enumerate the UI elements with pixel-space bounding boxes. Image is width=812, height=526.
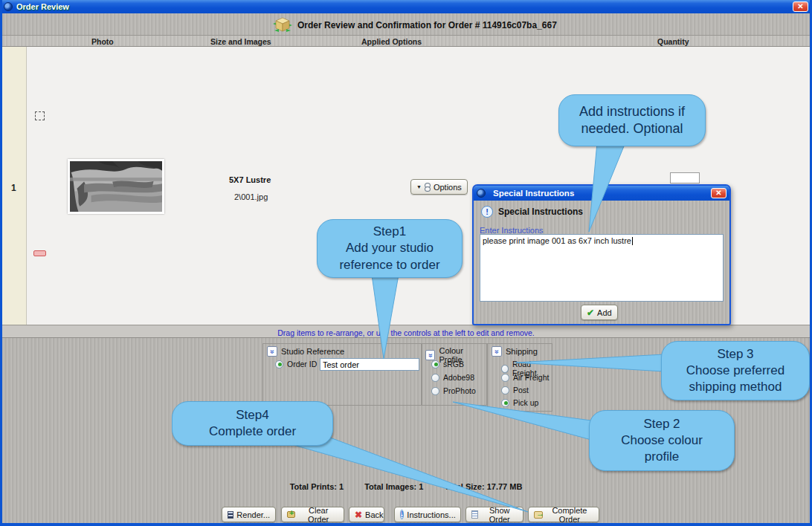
srgb-radio[interactable]	[431, 360, 439, 368]
callout-line: Step4	[236, 407, 268, 423]
add-button-label: Add	[597, 308, 612, 317]
column-applied-options: Applied Options	[361, 37, 422, 46]
order-review-window: Order Review ✕ Order Review and Confirma…	[0, 0, 812, 526]
air-freight-label: Air Freight	[513, 373, 549, 382]
colour-profile-group: « Colour Profile sRGB Adobe98 ProPhoto	[421, 343, 487, 406]
callout-line: Complete order	[209, 423, 296, 440]
callout-line: reference to order	[339, 257, 439, 273]
file-name-label: 2\001.jpg	[234, 192, 268, 201]
studio-reference-title: Studio Reference	[281, 347, 344, 356]
instructions-button[interactable]: ! Instructions...	[394, 507, 461, 522]
order-totals: Total Prints: 1 Total Images: 1 Total Si…	[2, 482, 810, 491]
callout-step1: Step1 Add your studio reference to order	[317, 219, 463, 278]
dialog-header-label: Special Instructions	[498, 207, 583, 217]
row-index-strip: 1	[2, 47, 27, 325]
dialog-close-icon[interactable]: ✕	[711, 188, 726, 198]
column-quantity: Quantity	[657, 37, 689, 46]
callout-step2: Step 2 Choose colour profile	[589, 410, 735, 471]
studio-reference-group: « Studio Reference Order ID	[262, 343, 422, 406]
special-instructions-dialog: Special Instructions ✕ ! Special Instruc…	[472, 184, 731, 325]
window-title: Order Review	[16, 2, 69, 11]
back-button[interactable]: ✖ Back	[349, 507, 384, 522]
render-button-label: Render...	[236, 510, 270, 519]
select-item-checkbox[interactable]	[35, 111, 45, 120]
complete-order-button[interactable]: Complete Order	[528, 507, 599, 522]
clear-order-button[interactable]: Clear Order	[281, 507, 344, 522]
order-id-input[interactable]	[320, 358, 419, 371]
dialog-icon	[477, 189, 486, 198]
total-size: Total Size: 17.77 MB	[444, 482, 522, 491]
collapse-icon[interactable]: «	[267, 346, 277, 357]
callout-step3: Step 3 Choose preferred shipping method	[661, 341, 810, 400]
callout-step4: Step4 Complete order	[172, 401, 333, 446]
text-cursor	[632, 237, 633, 245]
info-icon: !	[400, 510, 404, 519]
quantity-stepper[interactable]	[670, 172, 700, 184]
dialog-title: Special Instructions	[493, 189, 574, 198]
adobe98-radio[interactable]	[431, 374, 439, 382]
callout-line: Add instructions if	[579, 103, 685, 120]
callout-line: profile	[645, 449, 679, 465]
column-size-images: Size and Images	[210, 37, 271, 46]
package-icon	[272, 16, 293, 36]
callout-line: shipping method	[689, 379, 782, 395]
print-size-label: 5X7 Lustre	[229, 175, 271, 184]
render-button[interactable]: Render...	[222, 507, 276, 522]
pickup-label: Pick up	[513, 398, 538, 407]
order-id-radio[interactable]	[275, 360, 283, 368]
list-icon	[471, 510, 478, 519]
prophoto-radio[interactable]	[431, 387, 439, 395]
hint-bar: Drag items to re-arrange, or use the con…	[2, 325, 810, 338]
options-icon	[425, 183, 431, 192]
dialog-header: ! Special Instructions	[481, 206, 583, 218]
render-icon	[228, 511, 233, 519]
remove-item-button[interactable]	[33, 250, 46, 256]
order-id-label: Order ID	[287, 360, 317, 368]
callout-line: Choose colour	[621, 432, 703, 449]
road-freight-radio[interactable]	[501, 365, 509, 373]
pickup-radio[interactable]	[501, 399, 509, 407]
collapse-icon[interactable]: «	[492, 346, 502, 357]
total-prints: Total Prints: 1	[290, 482, 344, 491]
show-order-button-label: Show Order	[481, 506, 518, 524]
window-titlebar: Order Review ✕	[0, 0, 812, 13]
photo-thumbnail[interactable]	[68, 159, 164, 214]
shipping-title: Shipping	[506, 347, 538, 356]
shipping-group: « Shipping Road Freight Air Freight Post…	[487, 343, 552, 412]
complete-order-button-label: Complete Order	[546, 506, 593, 524]
collapse-icon[interactable]: «	[425, 350, 435, 360]
total-images: Total Images: 1	[364, 482, 423, 491]
post-radio[interactable]	[501, 386, 509, 394]
chevron-down-icon: ▼	[416, 184, 422, 189]
order-header: Order Review and Confirmation for Order …	[0, 13, 812, 36]
options-button-label: Options	[434, 183, 462, 192]
show-order-button[interactable]: Show Order	[465, 507, 523, 522]
instructions-button-label: Instructions...	[407, 510, 455, 519]
row-number: 1	[11, 183, 16, 193]
callout-line: Step 2	[643, 416, 680, 432]
page-title: Order Review and Confirmation for Order …	[297, 20, 557, 30]
back-button-label: Back	[365, 510, 383, 519]
callout-line: needed. Optional	[581, 120, 683, 137]
callout-line: Add your studio	[346, 240, 434, 256]
instructions-text: please print image 001 as 6x7 inch lustr…	[483, 236, 631, 245]
dialog-titlebar: Special Instructions ✕	[474, 186, 729, 201]
enter-instructions-group: Enter Instructions please print image 00…	[480, 223, 724, 302]
srgb-label: sRGB	[443, 360, 464, 368]
clear-order-button-label: Clear Order	[298, 506, 338, 524]
hint-text: Drag items to re-arrange, or use the con…	[277, 328, 535, 337]
callout-add-instructions: Add instructions if needed. Optional	[558, 94, 706, 146]
callout-line: Step1	[373, 224, 406, 240]
close-icon[interactable]: ✕	[793, 1, 808, 12]
check-icon: ✔	[587, 308, 594, 318]
instructions-textarea[interactable]: please print image 001 as 6x7 inch lustr…	[480, 234, 724, 302]
app-icon	[4, 2, 13, 11]
prophoto-label: ProPhoto	[443, 386, 476, 395]
options-button[interactable]: ▼ Options	[410, 179, 468, 195]
add-button[interactable]: ✔ Add	[581, 305, 618, 320]
callout-line: Step 3	[717, 346, 753, 363]
clear-order-icon	[287, 511, 295, 518]
info-icon: !	[481, 206, 493, 218]
air-freight-radio[interactable]	[501, 374, 509, 382]
adobe98-label: Adobe98	[443, 373, 474, 382]
